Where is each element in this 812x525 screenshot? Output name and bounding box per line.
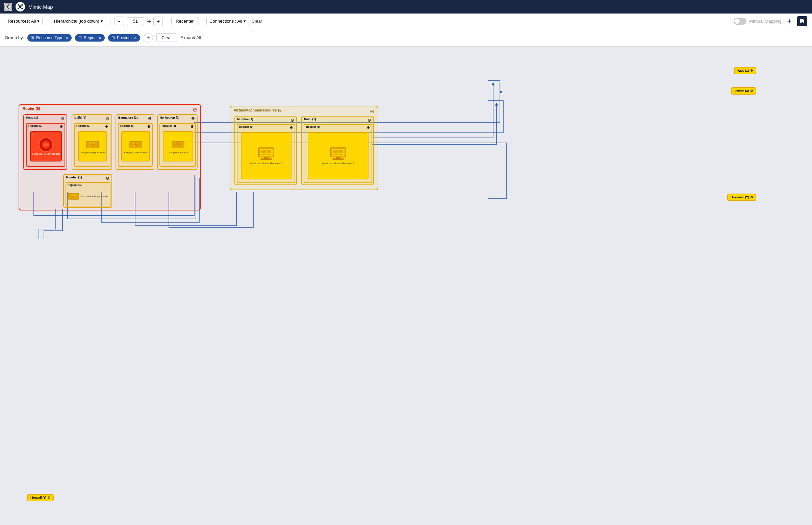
delhi-regular-collapse[interactable]: ⊖: [105, 124, 108, 129]
juniper-edge-label: Juniper Edge Router: [80, 151, 105, 154]
wlc-node[interactable]: WLC (1) ⚙: [734, 67, 756, 74]
unknown-node[interactable]: Unknown (7) ⚙: [727, 194, 756, 201]
pune-subgroup: Pune (1) ⊖ Regular (1) ⊖ ● Cisco ASR Cor…: [23, 114, 67, 170]
mumbai-router-subgroup: Mumbai (1) ⊖ Regular (1) Cisco ASR Edge …: [63, 174, 112, 208]
manual-mapping-toggle[interactable]: [734, 18, 747, 25]
expand-all-button[interactable]: Expand All: [180, 35, 201, 40]
layout-dropdown[interactable]: Hierarchical (top down) ▾: [51, 17, 106, 25]
firewall-node[interactable]: Firewall (5) ⚙: [27, 494, 54, 501]
pune-label: Pune (1): [26, 116, 38, 119]
vm-group-label: VirtualMachineResource (2): [234, 108, 283, 112]
switch-node[interactable]: Switch (3) ⚙: [731, 87, 756, 94]
mumbai-vm-collapse[interactable]: ⊖: [290, 118, 294, 123]
firewall-icon: ⚙: [48, 496, 50, 499]
unknown-label: Unknown (7): [731, 196, 749, 199]
delhi-regular-label: Regular (1): [76, 124, 91, 127]
no-region-regular-label: Regular (1): [162, 124, 176, 127]
svg-rect-29: [266, 154, 271, 155]
pune-regular-label: Regular (1): [28, 124, 43, 127]
no-region-collapse[interactable]: ⊖: [191, 116, 195, 121]
node-juniper-edge[interactable]: Juniper Edge Router: [78, 131, 107, 162]
svg-rect-28: [261, 154, 266, 155]
switch-label: Switch (3): [734, 89, 749, 93]
back-button[interactable]: [4, 3, 12, 11]
zoom-plus-button[interactable]: +: [153, 17, 163, 26]
node-juniper-core[interactable]: Juniper Core Router: [121, 131, 150, 162]
bangalore-regular-collapse[interactable]: ⊖: [147, 124, 150, 129]
delhi-collapse[interactable]: ⊖: [106, 116, 109, 121]
chip-close-resource-type[interactable]: ×: [65, 35, 68, 40]
mumbai-vm-subgroup: Mumbai (1) ⊖ Regular (1) ⊖: [234, 116, 297, 185]
bangalore-subgroup: Bangalore (1) ⊖ Regular (1) ⊖ Juniper Co…: [116, 114, 154, 170]
chip-icon-provider: ⊞: [111, 35, 115, 40]
vm-group-collapse[interactable]: ⊖: [370, 108, 374, 115]
delhi-regular: Regular (1) ⊖ Juniper Edge Router: [74, 123, 110, 167]
node-windows-vm1[interactable]: Windows Virtual Machine 1: [241, 132, 291, 179]
bangalore-label: Bangalore (1): [118, 116, 138, 119]
no-region-regular-collapse[interactable]: ⊖: [190, 124, 194, 129]
app-title: Mimic Map: [28, 4, 53, 10]
group-clear-button[interactable]: Clear: [156, 33, 177, 42]
chip-resource-type[interactable]: ⊞ Resource Type ×: [27, 34, 72, 42]
chip-icon-region: ⊞: [78, 35, 82, 40]
windows-vm2-label: Windows Virtual Machine 2: [322, 162, 354, 165]
svg-rect-39: [332, 159, 344, 160]
svg-rect-37: [338, 154, 343, 155]
divider-1: [47, 17, 47, 26]
save-button[interactable]: [797, 16, 807, 26]
node-juniper-switch[interactable]: Juniper Switch 2: [163, 131, 193, 162]
delhi-vm-subgroup: Delhi (1) ⊖ Regular (1) ⊖: [301, 116, 374, 185]
add-group-button[interactable]: +: [143, 33, 153, 43]
vm-group: VirtualMachineResource (2) ⊖ Mumbai (1) …: [230, 106, 378, 190]
manual-mapping-label: Manual Mapping: [749, 19, 782, 24]
node-cisco-asr-core[interactable]: ● Cisco ASR Core Router: [30, 131, 62, 162]
zoom-input[interactable]: [127, 17, 144, 25]
mumbai-vm-regular-collapse[interactable]: ⊖: [290, 125, 293, 130]
layout-chevron: ▾: [101, 19, 103, 24]
router-group-collapse[interactable]: ⊖: [193, 106, 197, 113]
chip-close-region[interactable]: ×: [98, 35, 101, 40]
cisco-asr-edge-node[interactable]: Cisco ASR Edge Router: [66, 187, 110, 206]
wlc-label: WLC (1): [737, 69, 749, 72]
firewall-label: Firewall (5): [30, 496, 46, 499]
pune-regular-collapse[interactable]: ⊖: [60, 124, 63, 129]
cisco-core-label: Cisco ASR Core Router: [32, 153, 60, 156]
juniper-switch-label: Juniper Switch 2: [168, 151, 188, 154]
delhi-label: Delhi (1): [74, 116, 87, 119]
zoom-minus-button[interactable]: -: [114, 17, 124, 26]
cisco-asr-edge-label: Cisco ASR Edge Router: [81, 195, 108, 198]
add-button[interactable]: +: [784, 16, 794, 26]
divider-2: [110, 17, 110, 26]
windows-vm1-label: Windows Virtual Machine 1: [250, 162, 282, 165]
svg-rect-27: [266, 150, 271, 153]
chip-label-resource-type: Resource Type: [36, 35, 63, 40]
bangalore-collapse[interactable]: ⊖: [148, 116, 152, 121]
delhi-vm-collapse[interactable]: ⊖: [367, 118, 371, 123]
svg-rect-38: [336, 157, 340, 159]
layout-label: Hierarchical (top down): [54, 19, 99, 24]
mumbai-router-collapse[interactable]: ⊖: [106, 176, 109, 181]
pune-regular-subgroup: Regular (1) ⊖ ● Cisco ASR Core Router: [26, 123, 65, 167]
node-windows-vm2[interactable]: Windows Virtual Machine 2: [308, 132, 368, 179]
mumbai-vm-label: Mumbai (1): [237, 118, 253, 121]
chip-provider[interactable]: ⊞ Provider ×: [108, 34, 140, 42]
no-region-regular: Regular (1) ⊖ Juniper Switch 2: [159, 123, 196, 167]
title-bar: Mimic Map: [0, 0, 812, 14]
delhi-vm-regular-collapse[interactable]: ⊖: [367, 125, 370, 130]
divider-3: [167, 17, 167, 26]
toggle-knob: [734, 19, 740, 24]
mumbai-vm-regular-label: Regular (1): [239, 125, 253, 129]
no-region-subgroup: No Region (1) ⊖ Regular (1) ⊖ Juniper Sw…: [157, 114, 198, 170]
chip-region[interactable]: ⊞ Region ×: [75, 34, 105, 42]
recenter-button[interactable]: Recenter: [171, 17, 198, 25]
delhi-vm-regular-label: Regular (1): [306, 125, 320, 129]
no-region-label: No Region (1): [160, 116, 180, 119]
resources-dropdown[interactable]: Resources: All ▾: [5, 17, 43, 25]
clear-button[interactable]: Clear: [251, 19, 262, 24]
chip-close-provider[interactable]: ×: [134, 35, 137, 40]
pune-collapse[interactable]: ⊖: [61, 116, 64, 121]
connections-chevron: ▾: [244, 19, 246, 24]
connections-dropdown[interactable]: Connections : All ▾: [206, 17, 249, 25]
cisco-core-badge: ●: [32, 133, 34, 136]
svg-rect-36: [333, 154, 338, 155]
